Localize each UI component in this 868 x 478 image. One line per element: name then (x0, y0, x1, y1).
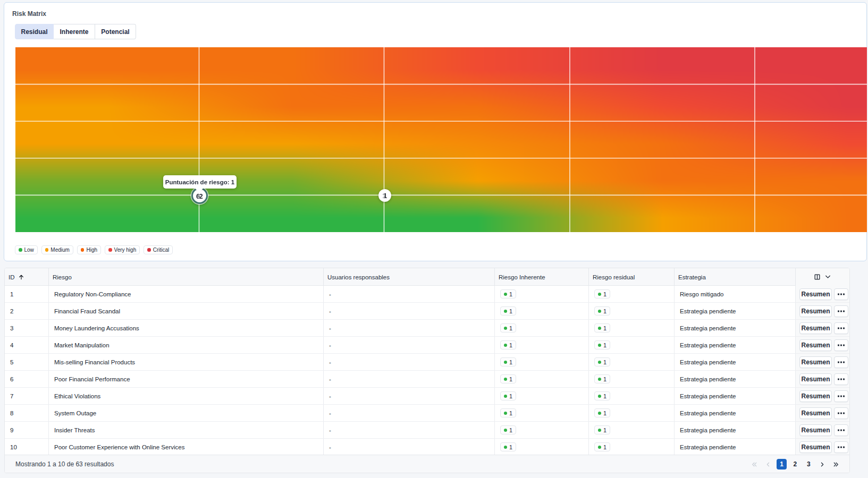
svg-text:1: 1 (383, 192, 387, 200)
svg-text:2: 2 (199, 192, 203, 200)
